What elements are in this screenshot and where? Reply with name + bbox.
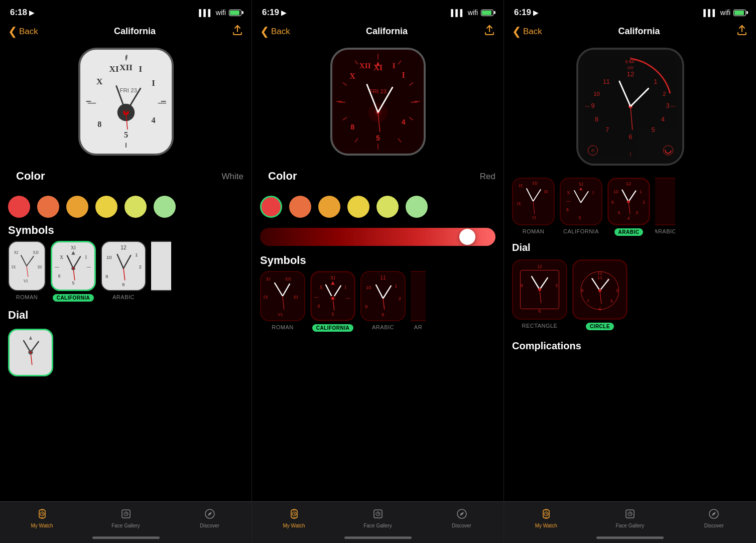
color-label-row-2: Color Red bbox=[252, 164, 503, 192]
symbol-item-arabic2-3[interactable]: ARABIC bbox=[655, 178, 675, 236]
svg-text:VI: VI bbox=[23, 279, 28, 284]
wifi-icon-3: wifi bbox=[720, 9, 730, 17]
svg-line-49 bbox=[117, 254, 123, 268]
status-icons-3: ▌▌▌ wifi bbox=[703, 9, 746, 17]
slider-thumb-2[interactable] bbox=[459, 229, 475, 245]
color-label-row-1: Color White bbox=[0, 164, 251, 192]
swatch-lime-2[interactable] bbox=[376, 196, 399, 218]
symbol-item-california-3[interactable]: XI I 5 8 — X CALIFORNIA bbox=[560, 178, 602, 236]
share-button-2[interactable] bbox=[483, 24, 495, 39]
tab-face-gallery-3[interactable]: Face Gallery bbox=[588, 507, 672, 528]
svg-text:1: 1 bbox=[395, 283, 397, 289]
svg-text:4: 4 bbox=[627, 216, 630, 221]
svg-line-107 bbox=[283, 284, 290, 296]
symbol-item-roman-2[interactable]: XI XII III VI IX ROMAN bbox=[260, 271, 305, 332]
symbol-item-ar-2[interactable]: AR bbox=[411, 271, 426, 332]
svg-text:5: 5 bbox=[376, 134, 380, 142]
dial-section-3: Dial 12 3 6 9 RECTAN bbox=[504, 238, 756, 336]
tab-discover-1[interactable]: Discover bbox=[168, 507, 251, 528]
tab-my-watch-1[interactable]: My Watch bbox=[0, 507, 84, 528]
svg-line-195 bbox=[622, 190, 628, 202]
back-button-1[interactable]: ❮ Back bbox=[8, 25, 38, 38]
tab-bar-3: My Watch Face Gallery Discover bbox=[504, 501, 756, 543]
tab-my-watch-2[interactable]: My Watch bbox=[252, 507, 336, 528]
symbol-item-california-2[interactable]: XI I — 5 8 — X CALIFOR bbox=[310, 271, 355, 332]
svg-text:4: 4 bbox=[661, 116, 665, 123]
svg-point-198 bbox=[627, 200, 630, 203]
svg-line-205 bbox=[540, 278, 548, 290]
symbol-item-roman-3[interactable]: IX XII III VI IX ROMAN bbox=[512, 178, 555, 236]
symbol-item-arabic-1[interactable]: 12 1 2 6 9 10 ARABIC bbox=[101, 241, 146, 302]
watch-face-display-2: XI I — 4 5 8 — X XII I FRI 23 bbox=[330, 48, 426, 156]
swatch-amber-2[interactable] bbox=[318, 196, 340, 218]
share-button-3[interactable] bbox=[736, 24, 748, 39]
swatch-amber-1[interactable] bbox=[66, 196, 88, 218]
symbol-item-ar-1[interactable] bbox=[151, 241, 171, 302]
svg-point-121 bbox=[331, 297, 334, 300]
swatch-red-1[interactable] bbox=[8, 196, 30, 218]
swatch-green-1[interactable] bbox=[154, 196, 176, 218]
svg-text:IX: IX bbox=[517, 202, 522, 206]
symbols-section-1: Symbols XI XII III VI IX bbox=[0, 224, 251, 306]
face-gallery-icon-3 bbox=[623, 507, 637, 521]
phone-panel-3: 6:19 ▶ ▌▌▌ wifi ❮ Back California bbox=[504, 0, 756, 543]
swatch-yellow-2[interactable] bbox=[347, 196, 369, 218]
share-button-1[interactable] bbox=[231, 24, 243, 39]
symbol-label-arabic2-3: ARABIC bbox=[655, 228, 675, 234]
swatch-orange-1[interactable] bbox=[37, 196, 59, 218]
color-section-1: Color White bbox=[0, 164, 251, 224]
color-slider-2[interactable] bbox=[260, 228, 495, 246]
symbol-label-california-1: CALIFORNIA bbox=[53, 294, 94, 302]
svg-text:X: X bbox=[567, 190, 570, 195]
symbol-item-arabic-2[interactable]: 11 1 2 6 9 10 ARABIC bbox=[360, 271, 406, 332]
svg-text:XI: XI bbox=[109, 64, 118, 74]
tab-face-gallery-1[interactable]: Face Gallery bbox=[84, 507, 168, 528]
nav-title-2: California bbox=[366, 26, 408, 37]
svg-text:5: 5 bbox=[618, 210, 620, 215]
svg-text:XI: XI bbox=[579, 182, 583, 187]
tab-my-watch-3[interactable]: My Watch bbox=[504, 507, 588, 528]
svg-line-129 bbox=[383, 286, 391, 299]
swatch-lime-1[interactable] bbox=[124, 196, 147, 218]
svg-text:2: 2 bbox=[643, 200, 645, 205]
back-button-2[interactable]: ❮ Back bbox=[260, 25, 290, 38]
home-indicator-1 bbox=[92, 536, 160, 539]
swatch-red-2[interactable] bbox=[260, 196, 282, 218]
symbol-item-arabic-3[interactable]: 12 1 2 3 4 5 9 10 ARABIC bbox=[607, 178, 650, 236]
swatch-yellow-1[interactable] bbox=[95, 196, 117, 218]
symbol-watch-california-2: XI I — 5 8 — X bbox=[310, 271, 355, 321]
svg-text:6: 6 bbox=[628, 133, 632, 141]
dial-item-circle-3[interactable]: 12 3 6 9 11 1 5 7 CIRCLE bbox=[572, 259, 627, 330]
swatch-green-2[interactable] bbox=[406, 196, 428, 218]
dial-item-1[interactable] bbox=[8, 329, 53, 376]
symbol-watch-roman-3: IX XII III VI IX bbox=[512, 178, 555, 225]
symbol-label-california-2: CALIFORNIA bbox=[312, 324, 354, 332]
svg-text:8: 8 bbox=[97, 119, 101, 129]
svg-point-220 bbox=[598, 289, 601, 292]
tab-discover-2[interactable]: Discover bbox=[420, 507, 503, 528]
dial-watch-circle-3: 12 3 6 9 11 1 5 7 bbox=[572, 259, 627, 320]
symbol-item-california-1[interactable]: XI I — 5 8 — X bbox=[51, 241, 96, 302]
back-button-3[interactable]: ❮ Back bbox=[512, 25, 542, 38]
svg-text:5: 5 bbox=[651, 126, 655, 133]
symbol-item-roman-1[interactable]: XI XII III VI IX ROMAN bbox=[8, 241, 46, 302]
swatch-orange-2[interactable] bbox=[289, 196, 311, 218]
svg-marker-69 bbox=[208, 512, 212, 516]
svg-text:—: — bbox=[87, 98, 96, 107]
svg-marker-116 bbox=[331, 281, 334, 285]
location-icon-2: ▶ bbox=[281, 9, 286, 17]
dial-item-rect-3[interactable]: 12 3 6 9 RECTANGLE bbox=[512, 259, 567, 330]
dial-label-circle-3: CIRCLE bbox=[586, 323, 614, 330]
svg-line-39 bbox=[73, 256, 80, 268]
svg-line-51 bbox=[123, 268, 125, 281]
watch-preview-1: XII I — 4 5 8 — X XI I FRI 23 bbox=[0, 43, 251, 164]
tab-face-gallery-2[interactable]: Face Gallery bbox=[336, 507, 420, 528]
home-indicator-3 bbox=[596, 536, 664, 539]
svg-text:FRI 23: FRI 23 bbox=[119, 87, 137, 93]
svg-text:3: 3 bbox=[636, 210, 638, 215]
tab-discover-3[interactable]: Discover bbox=[672, 507, 756, 528]
svg-line-106 bbox=[275, 283, 283, 296]
svg-text:10: 10 bbox=[106, 254, 112, 260]
svg-line-176 bbox=[533, 189, 541, 201]
svg-text:6: 6 bbox=[122, 282, 124, 287]
